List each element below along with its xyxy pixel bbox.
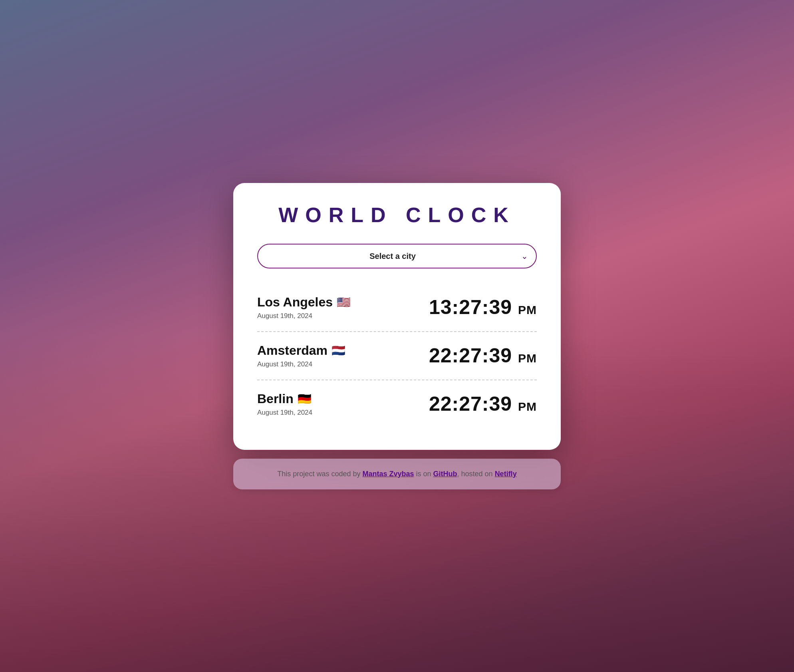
clock-time: 13:27:39 PM	[429, 296, 537, 319]
city-flag: 🇺🇸	[337, 296, 351, 309]
footer-text-before: This project was coded by	[277, 470, 362, 478]
footer-card: This project was coded by Mantas Zvybas …	[233, 459, 561, 489]
city-flag: 🇩🇪	[298, 392, 312, 406]
clock-list: Los Angeles 🇺🇸 August 19th, 2024 13:27:3…	[257, 284, 537, 428]
app-title: WORLD CLOCK	[257, 203, 537, 227]
footer-text-middle: is on	[414, 470, 433, 478]
footer-text-after: , hosted on	[457, 470, 495, 478]
author-link[interactable]: Mantas Zvybas	[362, 470, 414, 478]
clock-ampm: PM	[518, 400, 537, 413]
clock-item: Los Angeles 🇺🇸 August 19th, 2024 13:27:3…	[257, 284, 537, 331]
clock-item: Berlin 🇩🇪 August 19th, 2024 22:27:39 PM	[257, 380, 537, 428]
city-flag: 🇳🇱	[331, 344, 345, 357]
city-label: Berlin	[257, 392, 294, 406]
city-name: Berlin 🇩🇪	[257, 392, 312, 406]
city-date: August 19th, 2024	[257, 312, 351, 320]
city-info: Berlin 🇩🇪 August 19th, 2024	[257, 392, 312, 417]
clock-item: Amsterdam 🇳🇱 August 19th, 2024 22:27:39 …	[257, 331, 537, 380]
github-link[interactable]: GitHub	[433, 470, 457, 478]
city-name: Los Angeles 🇺🇸	[257, 295, 351, 310]
clock-ampm: PM	[518, 352, 537, 365]
city-name: Amsterdam 🇳🇱	[257, 343, 345, 358]
city-date: August 19th, 2024	[257, 409, 312, 417]
city-info: Amsterdam 🇳🇱 August 19th, 2024	[257, 343, 345, 368]
city-label: Los Angeles	[257, 295, 333, 310]
footer-text: This project was coded by Mantas Zvybas …	[249, 470, 545, 478]
hosting-link[interactable]: Netifly	[495, 470, 517, 478]
clock-time: 22:27:39 PM	[429, 392, 537, 416]
clock-time: 22:27:39 PM	[429, 344, 537, 367]
main-card: WORLD CLOCK Select a cityLos AngelesNew …	[233, 183, 561, 450]
city-label: Amsterdam	[257, 343, 328, 358]
city-select-wrapper: Select a cityLos AngelesNew YorkLondonAm…	[257, 244, 537, 268]
city-info: Los Angeles 🇺🇸 August 19th, 2024	[257, 295, 351, 320]
city-date: August 19th, 2024	[257, 360, 345, 368]
clock-ampm: PM	[518, 303, 537, 316]
city-select[interactable]: Select a cityLos AngelesNew YorkLondonAm…	[257, 244, 537, 268]
